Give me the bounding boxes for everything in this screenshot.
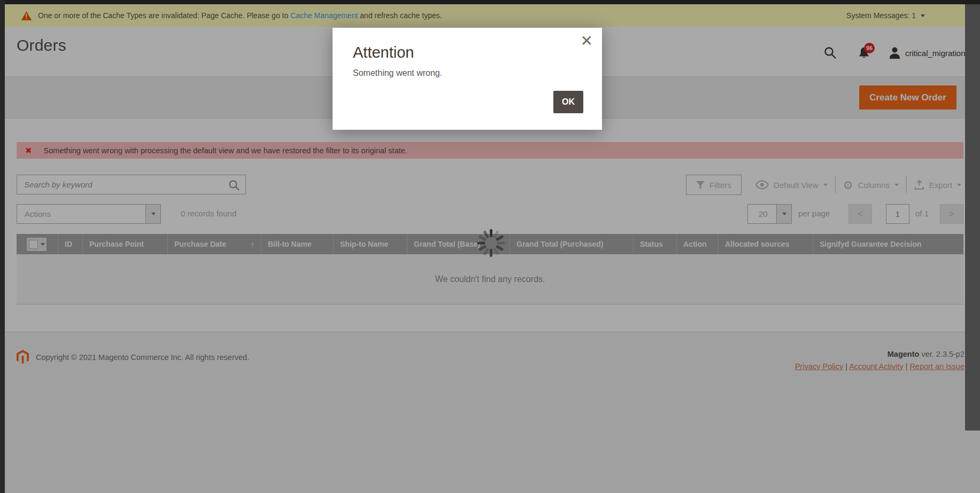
ok-button[interactable]: OK bbox=[553, 91, 583, 113]
close-icon[interactable]: ✕ bbox=[581, 30, 593, 51]
modal-message: Something went wrong. bbox=[353, 68, 582, 78]
attention-modal: ✕ Attention Something went wrong. OK bbox=[333, 28, 602, 130]
modal-title: Attention bbox=[353, 44, 582, 61]
magento-admin-orders-page: One or more of the Cache Types are inval… bbox=[0, 0, 980, 493]
